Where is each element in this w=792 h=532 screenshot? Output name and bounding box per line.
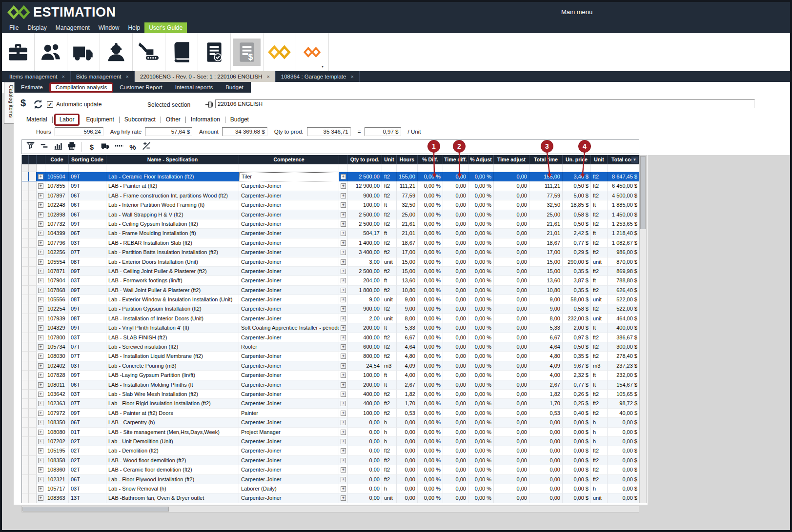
table-row[interactable]: +10835006TLAB - Carpentry (h)Carpenter-J… [22, 418, 639, 427]
expand-plus-button[interactable]: + [341, 183, 346, 189]
table-row[interactable]: +10787109TLAB - Ceiling Joint Puller & P… [22, 267, 639, 276]
vertical-scrollbar-thumb[interactable] [640, 156, 646, 229]
expand-plus-button[interactable]: + [341, 411, 346, 416]
table-row[interactable]: +10836313TLAB -Bathroom fan, Oven & Drye… [22, 493, 639, 503]
menu-item-window[interactable]: Window [94, 22, 124, 33]
unit-price-value[interactable]: 0,97 $ [365, 127, 401, 136]
expand-plus-button[interactable]: + [38, 486, 43, 492]
expand-plus-button[interactable]: + [341, 240, 346, 246]
expand-plus-button[interactable]: + [341, 467, 346, 473]
expand-plus-button[interactable]: + [38, 495, 43, 501]
expand-plus-button[interactable]: + [38, 259, 43, 265]
dollar-icon[interactable]: $ [20, 98, 26, 109]
tab-material[interactable]: Material [21, 117, 53, 123]
tab-equipment[interactable]: Equipment [81, 117, 119, 123]
horizontal-scrollbar[interactable] [21, 506, 639, 512]
tab-information[interactable]: Information [186, 117, 225, 123]
table-row[interactable]: +10773209TLab - Ceiling Gypsum Installat… [22, 219, 639, 229]
expand-plus-button[interactable]: + [38, 193, 43, 198]
tab-estimate[interactable]: Estimate [15, 82, 49, 93]
col-header-total-time[interactable]: Total time [529, 155, 563, 164]
expand-plus-button[interactable]: + [341, 212, 346, 217]
expand-plus-button[interactable]: + [341, 221, 346, 227]
tab-internal-reports[interactable]: Internal reports [169, 82, 219, 93]
expand-plus-button[interactable]: + [341, 430, 346, 435]
expand-plus-button[interactable]: + [38, 288, 43, 293]
dollar-button[interactable]: $ [86, 141, 98, 153]
pin-icon[interactable] [205, 101, 213, 108]
worker-button[interactable] [100, 33, 133, 71]
expand-plus-button[interactable]: + [38, 221, 43, 227]
expand-plus-button[interactable]: + [341, 458, 346, 463]
menu-item-user-s-guide[interactable]: User's Guide [144, 22, 187, 33]
table-row[interactable]: +10789706TLAB - Frame construction Int. … [22, 191, 639, 200]
expand-plus-button[interactable]: + [341, 495, 346, 501]
printer-button[interactable] [66, 141, 78, 153]
table-row[interactable]: +10236307TLab - Floor Rigid Insulation I… [22, 399, 639, 408]
expand-plus-button[interactable]: + [341, 420, 346, 425]
col-header-blank-0[interactable] [22, 155, 29, 164]
table-row[interactable]: +10836002TLAB - Ceramic floor demolition… [22, 465, 639, 474]
qty-to-prod-value[interactable]: 35 346,71 [307, 127, 351, 136]
menu-item-help[interactable]: Help [123, 22, 144, 33]
tab-108364-garage-template[interactable]: 108364 : Garage template× [276, 71, 360, 82]
expand-plus-button[interactable]: + [38, 439, 43, 444]
col-header-hours[interactable]: Hours [397, 155, 418, 164]
expand-plus-button[interactable]: + [341, 269, 346, 274]
table-row[interactable]: +10519502TLab - Demolition (ft2)Carpente… [22, 446, 639, 455]
expand-plus-button[interactable]: + [341, 382, 346, 388]
expand-plus-button[interactable]: + [38, 335, 43, 340]
table-row[interactable]: +10364203TLab - Slab Wire Mesh Installat… [22, 390, 639, 399]
expand-plus-button[interactable]: + [38, 297, 43, 302]
close-icon[interactable]: × [61, 74, 64, 79]
expand-plus-button[interactable]: + [341, 174, 346, 179]
users-button[interactable] [35, 33, 67, 71]
plusminus-button[interactable] [141, 141, 152, 153]
tab-subcontract[interactable]: Subcontract [120, 117, 161, 123]
avg-rate-value[interactable]: 57,64 $ [145, 127, 192, 136]
expand-plus-button[interactable]: + [38, 183, 43, 189]
expand-plus-button[interactable]: + [341, 325, 346, 331]
tab-other[interactable]: Other [161, 117, 186, 123]
table-row[interactable]: +10835802TLAB - Wood floor demolition (f… [22, 456, 639, 465]
table-row[interactable]: +10439906TLab - Frame Moulding Installat… [22, 229, 639, 238]
doc-check-button[interactable] [198, 33, 231, 71]
menu-item-display[interactable]: Display [23, 22, 51, 33]
col-header-time-adjust[interactable]: Time adjust [494, 155, 529, 164]
expand-plus-button[interactable]: + [38, 212, 43, 217]
expand-plus-button[interactable]: + [38, 458, 43, 463]
table-row[interactable]: +10793908TLAB - Installation of Interior… [22, 314, 639, 323]
tab-budget[interactable]: Budget [219, 82, 249, 93]
expand-plus-button[interactable]: + [38, 363, 43, 369]
excavator-button[interactable] [133, 33, 165, 71]
expand-plus-button[interactable]: + [38, 344, 43, 350]
expand-plus-button[interactable]: + [38, 269, 43, 274]
expand-plus-button[interactable]: + [341, 250, 346, 255]
hours-value[interactable]: 596,24 [55, 127, 103, 136]
filter-button[interactable] [25, 141, 37, 153]
table-row[interactable]: +10555608TLab - Exterior Window & Insula… [22, 295, 639, 304]
expand-plus-button[interactable]: + [38, 202, 43, 208]
grid-filter-row[interactable] [22, 164, 639, 172]
expand-plus-button[interactable]: + [38, 250, 43, 255]
menu-item-file[interactable]: File [5, 22, 23, 33]
table-row[interactable]: +10550409TLab - Ceramic Floor Installati… [22, 172, 639, 181]
expand-plus-button[interactable]: + [341, 363, 346, 369]
chart-button[interactable] [52, 141, 64, 153]
close-icon[interactable]: × [350, 74, 353, 79]
table-row[interactable]: +10782809TLAB -Laying Gypsum Partition (… [22, 371, 639, 380]
table-row[interactable]: +10797209TLAB - Painter at (ft2) DoorsPa… [22, 409, 639, 418]
chevron-down-icon[interactable]: ▾ [322, 64, 324, 69]
col-header-competence[interactable]: Competence [239, 155, 339, 164]
expand-plus-button[interactable]: + [38, 354, 43, 359]
tab-items-management[interactable]: Items management× [4, 71, 71, 82]
horizontal-scrollbar-thumb[interactable] [22, 507, 169, 512]
amount-value[interactable]: 34 369,68 $ [222, 127, 267, 136]
expand-plus-button[interactable]: + [341, 354, 346, 359]
menu-item-management[interactable]: Management [51, 22, 94, 33]
expand-plus-button[interactable]: + [38, 325, 43, 331]
truck-small-button[interactable] [100, 141, 111, 153]
book-button[interactable] [165, 33, 198, 71]
expand-plus-button[interactable]: + [38, 448, 43, 453]
rows-button[interactable] [39, 141, 50, 153]
